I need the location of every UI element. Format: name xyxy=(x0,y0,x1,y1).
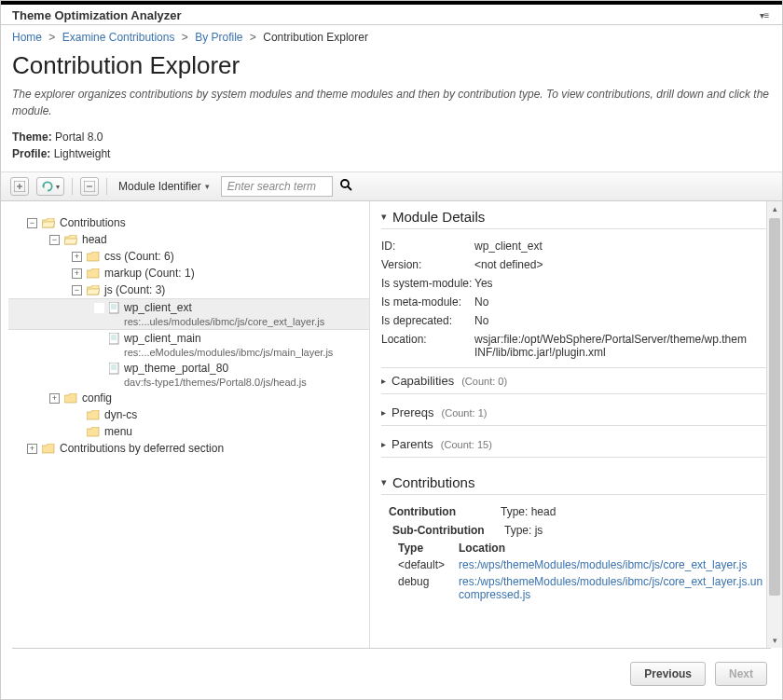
file-icon xyxy=(109,333,119,345)
expand-icon[interactable]: + xyxy=(72,252,82,262)
location-value: wsjar:file:/opt/WebSphere/PortalServer/t… xyxy=(474,333,767,359)
row-type: debug xyxy=(398,575,459,588)
breadcrumb-byprofile[interactable]: By Profile xyxy=(195,31,242,44)
row-type: <default> xyxy=(398,558,459,571)
sysmod-label: Is system-module: xyxy=(381,277,474,290)
file-icon xyxy=(109,302,119,314)
tree-node-menu[interactable]: menu xyxy=(8,423,369,440)
search-input[interactable] xyxy=(221,176,333,197)
folder-icon xyxy=(64,393,77,405)
spacer xyxy=(94,303,104,313)
capabilities-count: (Count: 0) xyxy=(461,376,507,387)
deprecated-label: Is deprecated: xyxy=(381,314,474,327)
profile-value: Lightweight xyxy=(54,147,111,160)
tree-label: menu xyxy=(104,425,132,438)
expand-icon[interactable]: + xyxy=(27,444,37,454)
folder-icon xyxy=(42,444,55,455)
previous-button[interactable]: Previous xyxy=(630,662,706,686)
tree-node-css[interactable]: + css (Count: 6) xyxy=(8,248,369,265)
capabilities-section[interactable]: ▸ Capabilities (Count: 0) xyxy=(381,367,767,394)
next-button[interactable]: Next xyxy=(715,662,767,686)
breadcrumb-examine[interactable]: Examine Contributions xyxy=(62,31,175,44)
collapse-icon[interactable]: − xyxy=(49,235,60,245)
svg-rect-15 xyxy=(109,363,118,374)
collapse-icon[interactable]: − xyxy=(27,218,37,228)
page-intro: The explorer organizes contributions by … xyxy=(1,86,782,125)
module-details-header[interactable]: ▾ Module Details xyxy=(381,209,767,229)
collapse-button[interactable] xyxy=(80,177,99,196)
chevron-down-icon: ▾ xyxy=(381,211,387,223)
theme-value: Portal 8.0 xyxy=(55,130,103,144)
row-location-link[interactable]: res:/wps/themeModules/modules/ibmc/js/co… xyxy=(459,558,767,571)
details-panel: ▾ Module Details ID:wp_client_ext Versio… xyxy=(369,201,782,648)
panel-menu-icon[interactable]: ▾≡ xyxy=(758,12,771,20)
search-icon[interactable] xyxy=(340,179,352,194)
breadcrumb-sep: > xyxy=(246,31,260,44)
tree-node-js[interactable]: − js (Count: 3) xyxy=(8,281,369,298)
tree-node-deferred[interactable]: + Contributions by deferred section xyxy=(8,440,369,457)
subcontrib-label: Sub-Contribution xyxy=(392,524,504,537)
expand-icon[interactable]: + xyxy=(49,393,60,404)
prereqs-section[interactable]: ▸ Prereqs (Count: 1) xyxy=(381,400,767,426)
scrollbar-thumb[interactable] xyxy=(769,218,780,596)
row-location-link[interactable]: res:/wps/themeModules/modules/ibmc/js/co… xyxy=(459,575,767,601)
tree-label: dyn-cs xyxy=(104,408,137,421)
tree-node-contributions[interactable]: − Contributions xyxy=(8,214,369,231)
scroll-down-icon[interactable]: ▾ xyxy=(767,633,782,648)
chevron-right-icon: ▸ xyxy=(381,439,386,449)
profile-label: Profile: xyxy=(12,147,50,160)
tree-label: js (Count: 3) xyxy=(104,283,165,296)
module-identifier-dropdown[interactable]: Module Identifier ▾ xyxy=(115,178,213,195)
meta-block: Theme: Portal 8.0 Profile: Lightweight xyxy=(1,125,782,172)
svg-rect-7 xyxy=(109,302,118,313)
version-value: <not defined> xyxy=(474,258,767,271)
capabilities-label: Capabilities xyxy=(392,374,454,388)
breadcrumb-current: Contribution Explorer xyxy=(263,31,368,44)
breadcrumb-home[interactable]: Home xyxy=(12,31,42,44)
spacer xyxy=(94,334,104,344)
collapse-icon[interactable]: − xyxy=(72,285,82,295)
tree-label: head xyxy=(82,233,107,246)
tree-node-wp-client-ext[interactable]: wp_client_ext res:...ules/modules/ibmc/j… xyxy=(8,298,369,330)
parents-section[interactable]: ▸ Parents (Count: 15) xyxy=(381,432,767,458)
folder-icon xyxy=(87,268,100,280)
tree-label: Contributions xyxy=(60,216,126,229)
location-label: Location: xyxy=(381,333,474,359)
chevron-down-icon: ▾ xyxy=(205,182,210,191)
scrollbar[interactable]: ▴ ▾ xyxy=(766,201,782,648)
refresh-button[interactable]: ▾ xyxy=(36,177,64,196)
svg-line-6 xyxy=(348,186,351,190)
chevron-right-icon: ▸ xyxy=(381,407,386,418)
tree-label: Contributions by deferred section xyxy=(60,442,224,455)
file-icon xyxy=(109,363,119,375)
tree-label: css (Count: 6) xyxy=(104,250,174,263)
parents-count: (Count: 15) xyxy=(441,439,492,450)
expand-icon[interactable]: + xyxy=(72,268,82,279)
contributions-title: Contributions xyxy=(392,474,474,490)
tree-node-wp-client-main[interactable]: wp_client_main res:...eModules/modules/i… xyxy=(8,330,369,360)
tree-panel: − Contributions − head + css (Count: 6) … xyxy=(1,201,369,648)
tree-path: dav:fs-type1/themes/Portal8.0/js/head.js xyxy=(124,377,307,388)
metamod-value: No xyxy=(474,295,767,309)
expand-button[interactable] xyxy=(10,177,29,196)
tree-node-markup[interactable]: + markup (Count: 1) xyxy=(8,265,369,281)
tree-node-dyncs[interactable]: dyn-cs xyxy=(8,406,369,423)
subcontrib-type: Type: js xyxy=(504,524,767,537)
contrib-label: Contribution xyxy=(389,505,501,518)
theme-label: Theme: xyxy=(12,130,52,144)
tree-node-wp-theme-portal-80[interactable]: wp_theme_portal_80 dav:fs-type1/themes/P… xyxy=(8,360,369,390)
sysmod-value: Yes xyxy=(474,277,767,290)
scroll-up-icon[interactable]: ▴ xyxy=(767,201,782,216)
folder-icon xyxy=(87,410,100,421)
folder-open-icon xyxy=(42,218,55,229)
spacer xyxy=(94,364,104,374)
id-value: wp_client_ext xyxy=(474,240,767,253)
version-label: Version: xyxy=(381,258,474,271)
prereqs-label: Prereqs xyxy=(392,405,434,419)
contributions-header[interactable]: ▾ Contributions xyxy=(381,474,767,495)
tree-node-config[interactable]: + config xyxy=(8,390,369,406)
tree-node-head[interactable]: − head xyxy=(8,231,369,248)
folder-icon xyxy=(87,427,100,438)
tree-path: res:...ules/modules/ibmc/js/core_ext_lay… xyxy=(124,316,324,327)
tree-path: res:...eModules/modules/ibmc/js/main_lay… xyxy=(124,347,333,358)
